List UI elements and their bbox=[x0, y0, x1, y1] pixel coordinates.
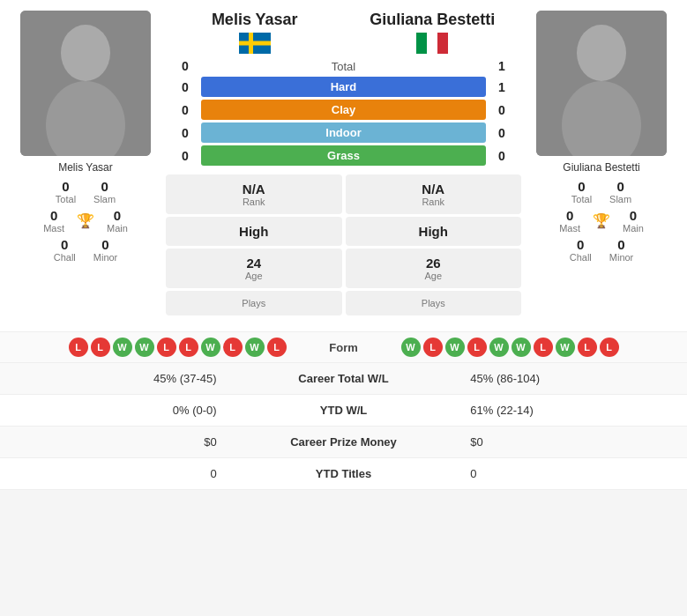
right-chall-minor: 0 Chall 0 Minor bbox=[570, 237, 634, 263]
hard-surface-btn[interactable]: Hard bbox=[201, 77, 486, 97]
svg-point-1 bbox=[61, 25, 110, 81]
right-player-photo bbox=[536, 11, 667, 156]
left-player-column: Melis Yasar 0 Total 0 Slam 0 Mast 🏆 0 bbox=[11, 11, 161, 321]
left-chall-minor: 0 Chall 0 Minor bbox=[54, 237, 118, 263]
form-badge: W bbox=[445, 338, 465, 357]
stat-label: Career Prize Money bbox=[229, 427, 459, 458]
right-player-name-top: Giuliana Bestetti bbox=[344, 11, 522, 29]
svg-point-4 bbox=[577, 25, 626, 81]
form-badge: W bbox=[489, 338, 509, 357]
right-info-boxes: N/A Rank High 26 Age Plays bbox=[346, 174, 522, 315]
stat-left-value: 0 bbox=[0, 458, 229, 490]
left-form-badges: LLWWLLWLWL bbox=[11, 338, 287, 357]
left-player-photo bbox=[20, 11, 151, 156]
form-section: LLWWLLWLWL Form WLWLWWLWLL bbox=[0, 331, 687, 363]
page-wrapper: Melis Yasar 0 Total 0 Slam 0 Mast 🏆 0 bbox=[0, 0, 687, 490]
center-column: Melis Yasar Giuliana Bestetti bbox=[166, 11, 521, 315]
form-badge: L bbox=[157, 338, 176, 357]
stat-left-value: $0 bbox=[0, 427, 229, 458]
form-badge: L bbox=[91, 338, 110, 357]
form-badge: W bbox=[512, 338, 531, 357]
right-name-header: Giuliana Bestetti bbox=[344, 11, 522, 54]
left-trophy-row: 0 Mast 🏆 0 Main bbox=[43, 208, 128, 234]
stats-row: 45% (37-45) Career Total W/L 45% (86-104… bbox=[0, 363, 687, 395]
se-flag-h bbox=[239, 41, 271, 46]
right-plays-box: Plays bbox=[346, 291, 522, 315]
right-player-column: Giuliana Bestetti 0 Total 0 Slam 0 Mast … bbox=[526, 11, 676, 321]
grass-right-score: 0 bbox=[486, 149, 518, 163]
stat-right-value: $0 bbox=[458, 427, 687, 458]
hard-right-score: 1 bbox=[486, 80, 518, 94]
total-left-score: 0 bbox=[169, 59, 201, 73]
left-minor-stat: 0 Minor bbox=[93, 237, 118, 263]
indoor-row: 0 Indoor 0 bbox=[166, 122, 521, 143]
form-badge: L bbox=[423, 338, 443, 357]
left-slam-stat: 0 Slam bbox=[93, 179, 116, 204]
it-flag bbox=[416, 33, 448, 54]
left-player-name-top: Melis Yasar bbox=[166, 11, 344, 29]
grass-surface-btn[interactable]: Grass bbox=[201, 145, 486, 166]
form-badge: L bbox=[267, 338, 287, 357]
grass-left-score: 0 bbox=[169, 149, 201, 163]
form-badge: L bbox=[578, 338, 597, 357]
form-badge: W bbox=[401, 338, 421, 357]
clay-surface-btn[interactable]: Clay bbox=[201, 100, 486, 120]
it-white bbox=[427, 33, 437, 54]
left-main-stat: 0 Main bbox=[107, 208, 128, 234]
right-plays-label: Plays bbox=[355, 298, 513, 308]
left-rank-value: N/A bbox=[175, 182, 333, 197]
right-rank-value: N/A bbox=[355, 182, 513, 197]
right-player-name: Giuliana Bestetti bbox=[563, 161, 639, 174]
right-flag bbox=[344, 33, 522, 54]
form-badge: L bbox=[69, 338, 88, 357]
hard-row: 0 Hard 1 bbox=[166, 77, 521, 97]
right-form-badges: WLWLWWLWLL bbox=[401, 338, 677, 357]
indoor-left-score: 0 bbox=[169, 126, 201, 140]
left-mast-stat: 0 Mast bbox=[43, 208, 64, 234]
right-trophy-icon: 🏆 bbox=[593, 212, 610, 229]
left-age-value: 24 bbox=[175, 256, 333, 271]
career-stats-table: 45% (37-45) Career Total W/L 45% (86-104… bbox=[0, 363, 687, 490]
total-label: Total bbox=[201, 60, 486, 73]
stat-right-value: 45% (86-104) bbox=[458, 363, 687, 395]
it-red bbox=[437, 33, 448, 54]
clay-left-score: 0 bbox=[169, 103, 201, 117]
hard-left-score: 0 bbox=[169, 80, 201, 94]
indoor-surface-btn[interactable]: Indoor bbox=[201, 122, 486, 143]
total-row: 0 Total 1 bbox=[166, 59, 521, 73]
stat-left-value: 45% (37-45) bbox=[0, 363, 229, 395]
stats-row: $0 Career Prize Money $0 bbox=[0, 427, 687, 458]
left-info-boxes: N/A Rank High 24 Age Plays bbox=[166, 174, 342, 315]
left-name-header: Melis Yasar bbox=[166, 11, 344, 54]
stat-right-value: 0 bbox=[458, 458, 687, 490]
grass-row: 0 Grass 0 bbox=[166, 145, 521, 166]
left-rank-box: N/A Rank bbox=[166, 174, 342, 214]
form-badge: L bbox=[467, 338, 487, 357]
stat-label: Career Total W/L bbox=[229, 363, 459, 395]
clay-row: 0 Clay 0 bbox=[166, 100, 521, 120]
form-badge: W bbox=[201, 338, 220, 357]
right-slam-stat: 0 Slam bbox=[609, 179, 631, 204]
right-total-slam: 0 Total 0 Slam bbox=[571, 179, 631, 204]
right-trophy-row: 0 Mast 🏆 0 Main bbox=[559, 208, 644, 234]
comparison-section: Melis Yasar 0 Total 0 Slam 0 Mast 🏆 0 bbox=[0, 0, 687, 331]
left-plays-box: Plays bbox=[166, 291, 342, 315]
form-badge: L bbox=[179, 338, 198, 357]
se-flag-v bbox=[249, 33, 253, 54]
right-chall-stat: 0 Chall bbox=[570, 237, 592, 263]
indoor-right-score: 0 bbox=[486, 126, 518, 140]
right-age-value: 26 bbox=[355, 256, 513, 271]
form-badge: W bbox=[113, 338, 132, 357]
left-high-value: High bbox=[175, 224, 333, 239]
form-label: Form bbox=[287, 341, 401, 354]
it-green bbox=[416, 33, 427, 54]
left-chall-stat: 0 Chall bbox=[54, 237, 76, 263]
form-badge: L bbox=[600, 338, 619, 357]
right-total-stat: 0 Total bbox=[571, 179, 592, 204]
clay-right-score: 0 bbox=[486, 103, 518, 117]
right-minor-stat: 0 Minor bbox=[609, 237, 634, 263]
right-high-value: High bbox=[355, 224, 513, 239]
left-player-name: Melis Yasar bbox=[58, 161, 113, 174]
names-row: Melis Yasar Giuliana Bestetti bbox=[166, 11, 521, 54]
left-high-box: High bbox=[166, 217, 342, 246]
